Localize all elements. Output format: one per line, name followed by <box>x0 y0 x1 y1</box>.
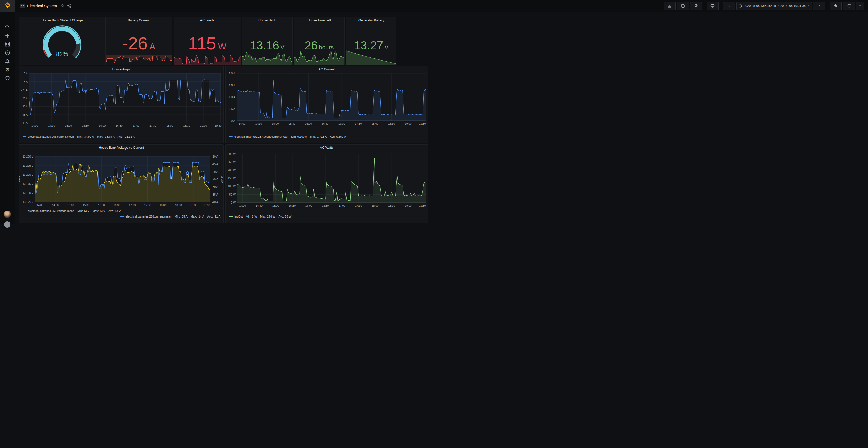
x-tick-label: 14:00 <box>239 204 246 207</box>
series-color-dash <box>23 211 26 211</box>
y-tick-label: -30 A <box>212 185 218 188</box>
legend-min: Min: -35 A <box>175 215 187 218</box>
stat-value: 26 hours <box>294 39 344 51</box>
y-tick-label: 100 W <box>228 185 236 188</box>
series-name[interactable]: electrical.inverters.257.acout.current.m… <box>234 135 288 138</box>
configuration-gear-icon: ⚙ <box>5 67 9 72</box>
legend-avg: Avg: -21 A <box>207 215 220 218</box>
panel-title[interactable]: House Bank Voltage vs Current <box>19 146 223 150</box>
panel-title[interactable]: House Bank State of Charge <box>19 19 105 22</box>
x-tick-label: 16:00 <box>305 122 312 125</box>
sidebar-item-configuration[interactable]: ⚙ <box>0 65 15 74</box>
help-icon[interactable] <box>4 221 10 224</box>
legend-max: Max: 276 W <box>260 215 275 218</box>
top-navbar: Electrical System ☆ ⚙ 2020-08-05 13:50:5… <box>15 0 434 12</box>
y-tick-label: -10 A <box>212 155 218 158</box>
x-tick-label: 18:30 <box>183 124 190 127</box>
x-tick-label: 15:30 <box>289 204 296 207</box>
x-tick-label: 18:30 <box>388 204 395 207</box>
x-tick-label: 15:30 <box>82 124 89 127</box>
x-axis: 14:0014:3015:0015:3016:0016:3017:0017:30… <box>237 122 426 126</box>
x-tick-label: 17:30 <box>355 122 362 125</box>
grafana-logo[interactable] <box>0 0 15 12</box>
sidebar-menu: ⚙ <box>0 23 15 83</box>
stat-number: 13.16 <box>250 39 279 51</box>
series-color-dash <box>229 216 232 217</box>
grafana-logo-icon <box>3 2 12 10</box>
x-tick-label: 14:30 <box>48 124 55 127</box>
sidebar-item-search[interactable] <box>0 23 15 31</box>
legend-max: Max: 13 V <box>93 209 105 212</box>
ac-watts-plot[interactable] <box>238 154 426 203</box>
y-tick-label: 0 A <box>231 119 235 122</box>
panel-title[interactable]: AC Current <box>225 67 428 71</box>
x-tick-label: 17:00 <box>338 122 345 125</box>
x-tick-label: 17:30 <box>150 124 156 127</box>
x-tick-label: 18:00 <box>160 204 166 207</box>
stat-value: 13.27 V <box>346 39 396 51</box>
x-tick-label: 16:30 <box>322 204 329 207</box>
dashboards-grid-icon[interactable] <box>21 4 25 8</box>
x-tick-label: 17:30 <box>355 204 362 207</box>
x-tick-label: 15:30 <box>288 122 295 125</box>
panel-house-bank-state-of-charge: House Bank State of Charge 82% <box>19 17 105 65</box>
x-tick-label: 17:30 <box>144 204 151 207</box>
legend-min: Min: 0.100 A <box>291 135 307 138</box>
sidebar-item-explore[interactable] <box>0 48 15 57</box>
x-tick-label: 16:00 <box>306 204 312 207</box>
house-time-left-sparkline <box>294 50 344 65</box>
x-tick-label: 16:00 <box>98 204 105 207</box>
star-icon[interactable]: ☆ <box>61 3 64 8</box>
x-axis: 14:0014:3015:0015:3016:0016:3017:0017:30… <box>30 124 221 128</box>
series-name[interactable]: electrical.batteries.256.voltage.mean <box>28 209 74 212</box>
panel-ac-watts: AC Watts 300 W250 W200 W150 W100 W50 W0 … <box>225 144 428 223</box>
stat-unit: W <box>218 42 226 51</box>
sidebar-item-create[interactable] <box>0 31 15 40</box>
x-axis: 14:0014:3015:0015:3016:0016:3017:0017:30… <box>35 203 210 207</box>
dashboard-title[interactable]: Electrical System <box>27 4 57 8</box>
series-name[interactable]: electrical.batteries.256.current.mean <box>28 135 74 138</box>
house-bank-sparkline <box>242 50 292 65</box>
panel-title[interactable]: Battery Current <box>105 19 172 22</box>
voltage-vs-current-plot[interactable] <box>35 156 210 202</box>
sidebar-item-alerting[interactable] <box>0 57 15 65</box>
stat-number: 13.27 <box>354 39 383 51</box>
x-tick-label: 15:00 <box>272 204 279 207</box>
y-tick-label: 200 W <box>228 169 236 172</box>
sidebar-item-dashboards[interactable] <box>0 40 15 48</box>
x-tick-label: 16:30 <box>114 204 120 207</box>
stat-unit: V <box>384 44 389 51</box>
panel-title[interactable]: AC Watts <box>225 146 428 150</box>
x-tick-label: 19:00 <box>405 122 411 125</box>
legend-avg: Avg: 0.650 A <box>330 135 346 138</box>
x-tick-label: 16:00 <box>99 124 105 127</box>
x-tick-label: 17:00 <box>133 124 140 127</box>
panel-title[interactable]: House Time Left <box>294 19 344 22</box>
series-name[interactable]: InvOut <box>234 215 243 218</box>
search-icon <box>5 24 10 30</box>
panel-title[interactable]: House Bank <box>242 19 292 22</box>
sidebar-item-server-admin[interactable] <box>0 74 15 83</box>
y-tick-label: -10 A <box>21 72 28 75</box>
x-tick-label: 15:30 <box>83 204 90 207</box>
stat-value: -26 A <box>105 34 172 52</box>
breadcrumb: Electrical System ☆ <box>15 3 71 8</box>
panel-title[interactable]: Generator Battery <box>346 19 396 22</box>
x-tick-label: 16:30 <box>116 124 122 127</box>
user-avatar[interactable] <box>4 211 11 218</box>
stat-value: 13.16 V <box>242 39 292 51</box>
y-tick-label: -30 A <box>21 105 28 108</box>
panel-title[interactable]: AC Loads <box>174 19 241 22</box>
panel-title[interactable]: House Amps <box>19 67 223 71</box>
house-amps-plot[interactable] <box>30 73 221 123</box>
share-icon[interactable] <box>67 4 71 8</box>
series-name[interactable]: electrical.batteries.256.current.mean <box>125 215 172 218</box>
y-tick-label: 13.150 V <box>23 191 33 195</box>
y-tick-label: 1.0 A <box>229 95 235 98</box>
panel-house-time-left: House Time Left 26 hours <box>294 17 344 65</box>
x-tick-label: 18:00 <box>371 122 378 125</box>
panel-house-amps: House Amps -10 A-15 A-20 A-25 A-30 A-35 … <box>19 66 224 143</box>
x-tick-label: 17:00 <box>129 204 135 207</box>
ac-current-plot[interactable] <box>237 73 426 121</box>
legend-min: Min: 8 W <box>246 215 257 218</box>
